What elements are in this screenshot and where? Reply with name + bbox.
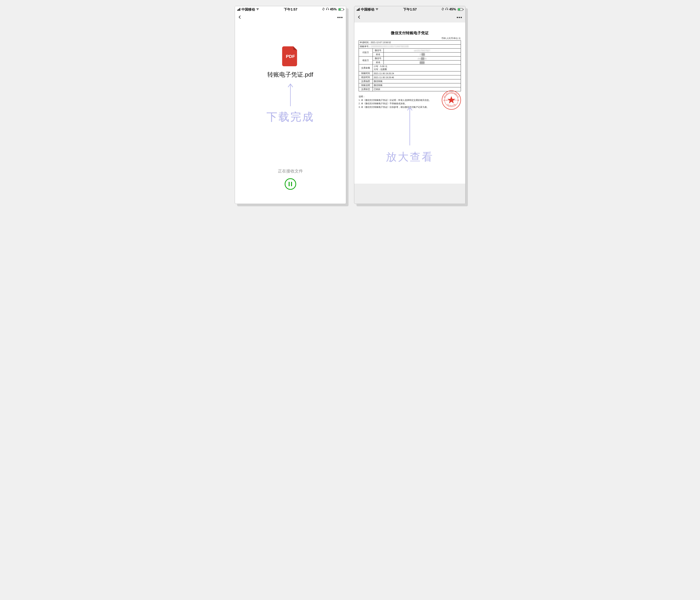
svg-text:PDF: PDF [286,54,295,59]
headphones-icon [326,7,329,11]
battery-pct: 45% [449,7,456,11]
status-time: 下午1:57 [379,7,442,12]
more-button[interactable]: ••• [456,15,462,20]
back-button[interactable] [357,15,361,20]
wifi-icon [256,7,259,12]
battery-icon [339,8,344,11]
battery-icon [458,8,463,11]
more-button[interactable]: ••• [337,15,343,20]
pdf-file-icon: PDF [282,46,299,67]
carrier-label: 中国移动 [242,7,255,12]
phone-screenshot-download: 中国移动 下午1:57 45% ••• PDF [235,6,346,204]
battery-pct: 45% [330,7,336,11]
carrier-label: 中国移动 [361,7,374,12]
table-row: 收款方 微信号 zbc██nb [359,56,461,60]
phone-screenshot-document: 中国移动 下午1:57 45% ••• 微信支付转账电子凭证 币种:人民币/单位… [354,6,466,204]
signal-icon [237,8,240,11]
arrow-up-icon [287,83,294,107]
seal-stamp-icon: 财付通支付科技有限公司 业务凭证专用章 财付通支付科技有限公司 盖章 [442,90,461,110]
table-row: 申请时间：2021-12-07 13:56:52 [359,41,461,45]
table-row: 姓名 沙██ [359,52,461,56]
pause-icon [289,182,292,186]
headphones-icon [445,7,448,11]
table-row: 转账单号：100005000120211130171344768150B [359,45,461,49]
status-time: 下午1:57 [259,7,322,12]
table-row: 转账说明 微信转账 [359,83,461,88]
nav-bar: ••• [235,12,346,23]
overlay-zoom-view: 放大查看 [386,150,434,164]
signal-icon [357,8,360,11]
overlay-download-complete: 下载完成 [267,110,314,124]
table-row: 收款时间 2021-11-30 19:28:46 [359,75,461,79]
arrow-up-icon [406,106,414,147]
file-name-label: 转账电子凭证.pdf [267,71,313,79]
table-row: 转账时间 2021-11-30 19:20:24 [359,71,461,75]
rotation-lock-icon [441,7,444,11]
certificate-table: 申请时间：2021-12-07 13:56:52 转账单号：1000050001… [359,41,461,91]
document-viewer[interactable]: 微信支付转账电子凭证 币种:人民币/单位:元 申请时间：2021-12-07 1… [354,23,465,204]
receiving-label: 正在接收文件 [278,168,303,174]
back-button[interactable] [238,15,242,20]
doc-title: 微信支付转账电子凭证 [359,30,461,35]
status-bar: 中国移动 下午1:57 45% [235,6,346,12]
certificate-page: 微信支付转账电子凭证 币种:人民币/单位:元 申请时间：2021-12-07 1… [354,23,465,184]
wifi-icon [375,7,379,12]
table-row: 交易场景 微信转账 [359,79,461,83]
table-row: 交易金额 小写：5.00 元 大写：伍圆整 [359,65,461,71]
status-bar: 中国移动 下午1:57 45% [354,6,465,12]
pause-button[interactable] [285,178,296,190]
rotation-lock-icon [322,7,325,11]
svg-text:财付通支付科技有限公司    盖章: 财付通支付科技有限公司 盖章 [443,99,459,101]
nav-bar: ••• [354,12,465,23]
table-row: 付款方 微信号 wn15178427827 [359,49,461,52]
table-row: 姓名 ███ [359,60,461,65]
download-content: PDF 转账电子凭证.pdf 下载完成 正在接收文件 [235,23,346,204]
viewer-bottom-area [354,184,465,200]
doc-subtitle: 币种:人民币/单位:元 [359,37,461,40]
